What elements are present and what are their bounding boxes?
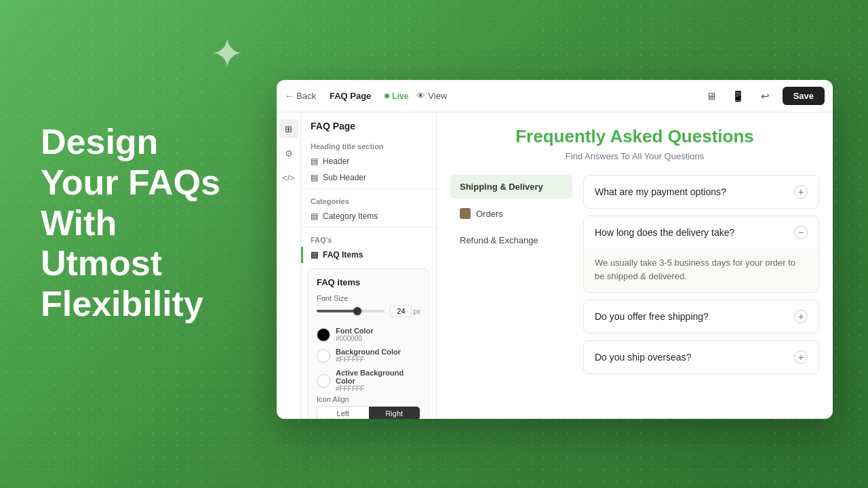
subheader-label: Sub Header: [323, 173, 366, 182]
panel-item-header[interactable]: ▤ Header: [301, 153, 436, 169]
faq-question-2-body: We usually take 3-5 business days for yo…: [584, 249, 818, 292]
back-chevron-icon: ←: [285, 91, 294, 101]
category-item-refund[interactable]: Refund & Exchange: [450, 228, 572, 252]
bg-color-swatch[interactable]: [317, 349, 330, 363]
faq-question-1-text: What are my payment options?: [595, 186, 726, 197]
faq-preview-subtitle: Find Answers To All Your Questions: [450, 151, 819, 161]
refund-label: Refund & Exchange: [460, 235, 538, 245]
tab-faq-page[interactable]: FAQ Page: [324, 88, 376, 104]
category-item-orders[interactable]: Orders: [450, 201, 572, 226]
faq-question-4-toggle-icon: +: [794, 350, 808, 364]
bg-color-name: Background Color: [336, 348, 401, 356]
faq-items-label: FAQ Items: [323, 250, 363, 260]
active-bg-color-hex: #FFFFFF: [336, 385, 420, 392]
font-size-slider-fill: [317, 310, 357, 312]
left-panel: FAQ Page Heading title section ▤ Header …: [301, 113, 437, 419]
faq-question-4: Do you ship overseas? +: [583, 340, 819, 374]
bg-color-hex: #FFFFFF: [336, 356, 401, 363]
hero-text: Design Your FAQs With Utmost Flexibility: [41, 122, 220, 325]
font-size-unit: px: [413, 308, 420, 315]
settings-icon: ⚙: [285, 148, 293, 159]
faq-question-3-header[interactable]: Do you offer free shipping? +: [584, 300, 818, 333]
divider-1: [301, 188, 436, 189]
faq-question-1-toggle-icon: +: [794, 185, 808, 199]
faq-question-4-header[interactable]: Do you ship overseas? +: [584, 341, 818, 373]
view-label: View: [428, 91, 447, 101]
faq-question-2: How long does the delivery take? − We us…: [583, 216, 819, 293]
align-group: Left Right: [317, 406, 420, 419]
live-dot: [384, 94, 389, 98]
back-button[interactable]: ← Back: [285, 91, 316, 101]
live-badge: Live: [384, 92, 408, 101]
top-bar-left: ← Back FAQ Page Live 👁 View: [285, 88, 693, 104]
font-color-row: Font Color #000000: [317, 324, 420, 345]
desktop-view-button[interactable]: 🖥: [701, 86, 722, 106]
faq-question-3-text: Do you offer free shipping?: [595, 311, 709, 322]
active-bg-color-row: Active Background Color #FFFFFF: [317, 366, 420, 395]
panel-item-subheader[interactable]: ▤ Sub Header: [301, 169, 436, 186]
font-color-labels: Font Color #000000: [336, 327, 374, 342]
font-size-slider[interactable]: [317, 310, 384, 312]
shipping-label: Shipping & Delivery: [460, 182, 543, 192]
category-items-label: Category Items: [323, 211, 378, 221]
undo-icon: ↩: [761, 90, 770, 102]
panel-title: FAQ Page: [301, 113, 436, 137]
bg-color-row: Background Color #FFFFFF: [317, 345, 420, 366]
faqs-section-label: FAQ's: [301, 230, 436, 247]
faq-question-1: What are my payment options? +: [583, 175, 819, 209]
categories-section-label: Categories: [301, 192, 436, 208]
faq-question-4-text: Do you ship overseas?: [595, 352, 691, 363]
font-color-name: Font Color: [336, 327, 374, 335]
font-size-slider-row: px: [317, 305, 420, 317]
faq-question-2-toggle-icon: −: [794, 226, 808, 239]
faq-questions: What are my payment options? + How long …: [583, 175, 819, 381]
eye-icon: 👁: [416, 91, 425, 101]
category-icon: ▤: [311, 211, 318, 221]
orders-icon: [460, 208, 471, 219]
main-body: ⊞ ⚙ </> FAQ Page Heading title section ▤…: [277, 113, 833, 419]
align-left-button[interactable]: Left: [317, 407, 369, 419]
faq-preview-title: Frequently Asked Questions: [450, 126, 819, 147]
panel-item-faq-items[interactable]: ▤ FAQ Items: [301, 247, 436, 263]
sub-panel-title: FAQ items: [317, 277, 420, 287]
panel-item-category-items[interactable]: ▤ Category Items: [301, 208, 436, 224]
faq-question-3: Do you offer free shipping? +: [583, 300, 819, 333]
save-button[interactable]: Save: [783, 87, 825, 105]
category-list: Shipping & Delivery Orders Refund & Exch…: [450, 175, 572, 381]
subheader-icon: ▤: [311, 173, 318, 182]
active-bg-color-swatch[interactable]: [317, 374, 330, 388]
preview-area: Frequently Asked Questions Find Answers …: [437, 113, 833, 419]
sparkle-decoration: ✦: [210, 34, 244, 75]
mobile-view-button[interactable]: 📱: [728, 86, 749, 106]
code-icon-btn[interactable]: </>: [279, 168, 298, 187]
layers-icon: ⊞: [285, 124, 292, 134]
orders-label: Orders: [476, 209, 503, 219]
layers-icon-btn[interactable]: ⊞: [279, 119, 298, 138]
align-right-button[interactable]: Right: [369, 407, 420, 419]
font-color-swatch[interactable]: [317, 328, 330, 342]
icon-align-row: Icon Align Left Right: [317, 395, 420, 419]
faq-question-2-text: How long does the delivery take?: [595, 227, 734, 238]
font-size-label: Font Size: [317, 294, 420, 302]
view-button[interactable]: 👁 View: [416, 91, 447, 101]
settings-icon-btn[interactable]: ⚙: [279, 144, 298, 163]
faq-content: Shipping & Delivery Orders Refund & Exch…: [450, 175, 819, 381]
active-bg-color-name: Active Background Color: [336, 369, 420, 385]
header-icon: ▤: [311, 157, 318, 166]
faq-question-1-header[interactable]: What are my payment options? +: [584, 176, 818, 208]
faq-question-2-header[interactable]: How long does the delivery take? −: [584, 216, 818, 249]
heading-section-label: Heading title section: [301, 137, 436, 153]
header-label: Header: [323, 157, 349, 166]
category-item-shipping[interactable]: Shipping & Delivery: [450, 175, 572, 199]
icon-align-label: Icon Align: [317, 395, 420, 403]
font-size-slider-thumb: [353, 307, 361, 315]
undo-button[interactable]: ↩: [755, 86, 776, 106]
font-size-input[interactable]: [390, 305, 412, 317]
desktop-icon: 🖥: [706, 90, 716, 102]
font-size-value-group: px: [390, 305, 420, 317]
faq-question-3-toggle-icon: +: [794, 310, 808, 323]
divider-2: [301, 227, 436, 228]
font-size-row: Font Size px: [317, 294, 420, 317]
bg-color-labels: Background Color #FFFFFF: [336, 348, 401, 363]
active-bg-color-labels: Active Background Color #FFFFFF: [336, 369, 420, 392]
